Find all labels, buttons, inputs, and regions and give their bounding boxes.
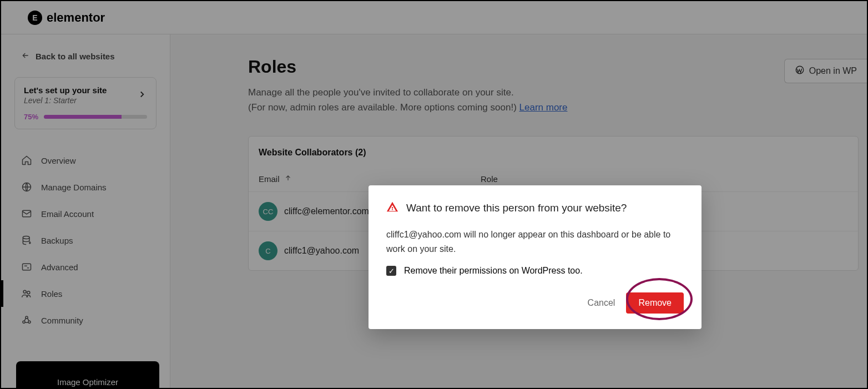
cancel-button[interactable]: Cancel [588, 298, 615, 308]
remove-button[interactable]: Remove [626, 292, 684, 314]
checkbox-label: Remove their permissions on WordPress to… [404, 266, 583, 276]
remove-wp-permissions-checkbox[interactable]: ✓ [386, 266, 396, 276]
modal-title: Want to remove this person from your web… [406, 202, 627, 214]
modal-body: cliffc1@yahoo.com will no longer appear … [386, 228, 684, 256]
warning-icon [386, 201, 398, 215]
remove-user-modal: Want to remove this person from your web… [369, 185, 702, 329]
